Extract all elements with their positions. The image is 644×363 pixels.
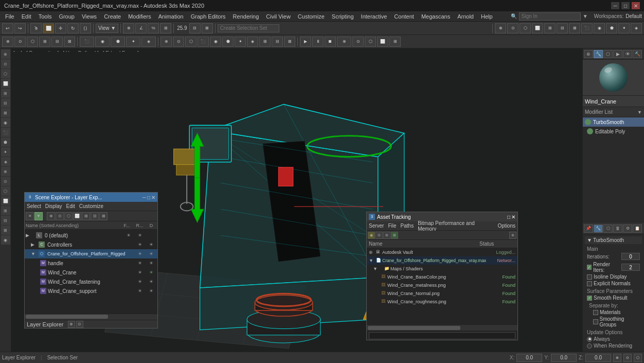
tb2-btn22[interactable]: ⊠	[284, 37, 295, 47]
se-tb-btn5[interactable]: ⬡	[64, 212, 73, 220]
at-tb-btn3[interactable]: ⊞	[383, 232, 390, 239]
ts-sg-checkbox[interactable]	[593, 319, 598, 324]
selection-set-input[interactable]	[218, 24, 279, 32]
se-close-btn[interactable]: ✕	[151, 195, 155, 200]
se-row-wind-crane[interactable]: M Wind_Crane ☀ ☀	[25, 268, 157, 277]
scale-btn[interactable]: ⟨⟩	[80, 23, 91, 33]
move-btn[interactable]: ✛	[55, 23, 66, 33]
tb2-btn20[interactable]: ⊞	[259, 37, 271, 47]
toolbar-btn-11[interactable]: ✦	[618, 23, 630, 33]
snap-btn[interactable]: ⊕	[123, 23, 134, 33]
ref-coord-dropdown[interactable]: View ▼	[96, 24, 118, 33]
modifier-turbosmmooth[interactable]: TurboSmooth	[583, 117, 644, 127]
menu-graph-editors[interactable]: Graph Editors	[188, 12, 229, 21]
maximize-btn[interactable]: □	[621, 2, 630, 9]
se-tb-btn9[interactable]: ⊠	[99, 212, 108, 220]
toolbar-btn-7[interactable]: ⊠	[569, 23, 580, 33]
tb2-btn24[interactable]: ⏸	[312, 37, 324, 47]
se-tb-btn7[interactable]: ⊞	[82, 212, 90, 220]
ts-smooth-checkbox[interactable]: ✓	[587, 296, 592, 301]
rp-display-btn[interactable]: 👁	[623, 50, 632, 58]
select-btn[interactable]: 🖱	[30, 23, 42, 33]
se-tb-btn6[interactable]: ⬜	[73, 212, 81, 220]
at-row-metalness[interactable]: 🖼 Wind_Crane_metalness.png Found	[367, 281, 517, 289]
tb2-btn2[interactable]: ⊙	[14, 37, 26, 47]
rp-mod-btn1[interactable]: 🔧	[594, 224, 603, 233]
at-row-roughness[interactable]: 🖼 Wind_Crane_roughness.png Found	[367, 298, 517, 306]
menu-group[interactable]: Group	[56, 12, 78, 21]
lt-btn12[interactable]: ◈	[1, 157, 10, 166]
statusbar-btn1[interactable]: ⊕	[613, 354, 621, 362]
menu-tools[interactable]: Tools	[35, 12, 55, 21]
ts-when-rendering-radio[interactable]	[587, 343, 592, 349]
se-tb-btn8[interactable]: ⊟	[91, 212, 99, 220]
tb2-btn10[interactable]: ✦	[126, 37, 140, 47]
rp-mod-btn2[interactable]: ⬡	[603, 224, 613, 233]
se-row-default[interactable]: ▶ L 0 (default) ☀ ☀	[25, 231, 157, 240]
viewport[interactable]: [ + ] [ Perspective ] [ User Defined ] […	[11, 48, 582, 352]
tb2-btn8[interactable]: ◉	[95, 37, 110, 47]
menu-content[interactable]: Content	[391, 12, 417, 21]
align-btn[interactable]: ⊠	[202, 23, 213, 33]
lt-btn17[interactable]: ⊞	[1, 206, 10, 215]
z-coord-input[interactable]	[585, 354, 611, 362]
at-menu-server[interactable]: Server	[369, 223, 384, 229]
at-scrollbar[interactable]	[367, 324, 517, 331]
at-row-vault[interactable]: ⊕ 🏛 Autodesk Vault Logged...	[367, 248, 517, 256]
toolbar-btn-2[interactable]: ⊙	[507, 23, 518, 33]
x-coord-input[interactable]	[516, 354, 542, 362]
rp-hierarchy-btn[interactable]: ⬡	[603, 50, 613, 58]
toolbar-btn-6[interactable]: ⊟	[557, 23, 568, 33]
toolbar-btn-3[interactable]: ⬡	[520, 23, 531, 33]
rp-delete-btn[interactable]: 🗑	[613, 224, 622, 233]
tb2-btn23[interactable]: ▶	[300, 37, 311, 47]
se-row-handle[interactable]: M handle ☀ ☀	[25, 258, 157, 268]
se-tb-btn1[interactable]: ✕	[26, 212, 34, 220]
menu-arnold[interactable]: Arnold	[454, 12, 477, 21]
menu-civil-view[interactable]: Civil View	[263, 12, 293, 21]
at-restore-btn[interactable]: □	[507, 214, 510, 220]
lt-btn14[interactable]: ⊙	[1, 177, 10, 186]
se-expand-ctrl[interactable]: ▶	[31, 242, 36, 247]
lt-btn6[interactable]: ⊟	[1, 98, 10, 108]
at-tb-btn5[interactable]: ⊕	[509, 232, 516, 239]
rp-create-btn[interactable]: ⊕	[584, 50, 593, 58]
at-row-crane-file[interactable]: ▼ 📄 Crane_for_Offshore_Platform_Rigged_m…	[367, 256, 517, 265]
tb2-btn15[interactable]: ⬛	[198, 37, 209, 47]
tb2-btn25[interactable]: ⏹	[325, 37, 336, 47]
ts-explicit-checkbox[interactable]	[587, 281, 592, 286]
tb2-btn26[interactable]: ⊕	[337, 37, 351, 47]
tb2-btn12[interactable]: ⊕	[160, 37, 172, 47]
angle-snap-btn[interactable]: ∠	[135, 23, 147, 33]
at-menu-options[interactable]: Options	[498, 223, 515, 229]
menu-rendering[interactable]: Rendering	[230, 12, 262, 21]
rp-motion-btn[interactable]: ▶	[613, 50, 622, 58]
signin-input[interactable]	[519, 12, 581, 21]
statusbar-btn2[interactable]: ⊙	[623, 354, 632, 362]
toolbar-btn-1[interactable]: ⊕	[495, 23, 506, 33]
toolbar-btn-4[interactable]: ⬜	[532, 23, 543, 33]
se-menu-edit[interactable]: Edit	[66, 203, 75, 209]
lt-btn7[interactable]: ⊠	[1, 108, 10, 117]
lt-btn16[interactable]: ⬜	[1, 196, 10, 205]
modifier-list-arrow[interactable]: ▼	[637, 110, 642, 115]
tb2-btn28[interactable]: ⬡	[365, 37, 376, 47]
menu-create[interactable]: Create	[101, 12, 124, 21]
lt-btn2[interactable]: ⊙	[1, 59, 10, 68]
at-menu-file[interactable]: File	[388, 223, 396, 229]
lt-btn8[interactable]: ◉	[1, 118, 10, 127]
rp-modify-btn[interactable]: 🔧	[594, 50, 603, 58]
undo-btn[interactable]: ↩	[2, 23, 13, 33]
se-minimize-btn[interactable]: ─	[142, 195, 146, 200]
toolbar-btn-10[interactable]: ⬟	[606, 23, 617, 33]
toolbar-btn-8[interactable]: ⬛	[581, 23, 593, 33]
ts-always-radio[interactable]	[587, 337, 592, 342]
lt-btn13[interactable]: ⊕	[1, 167, 10, 176]
ts-render-checkbox[interactable]: ✓	[587, 265, 592, 270]
se-row-controllers[interactable]: ▶ C Controllers ☀ ☀	[25, 240, 157, 249]
at-tb-btn1[interactable]: ◉	[368, 232, 375, 239]
tb2-btn18[interactable]: ✦	[235, 37, 246, 47]
ts-expand-arrow[interactable]: ▼	[587, 237, 592, 243]
at-row-maps[interactable]: ▼ 📁 Maps / Shaders	[371, 265, 517, 273]
menu-megascans[interactable]: Megascans	[418, 12, 453, 21]
